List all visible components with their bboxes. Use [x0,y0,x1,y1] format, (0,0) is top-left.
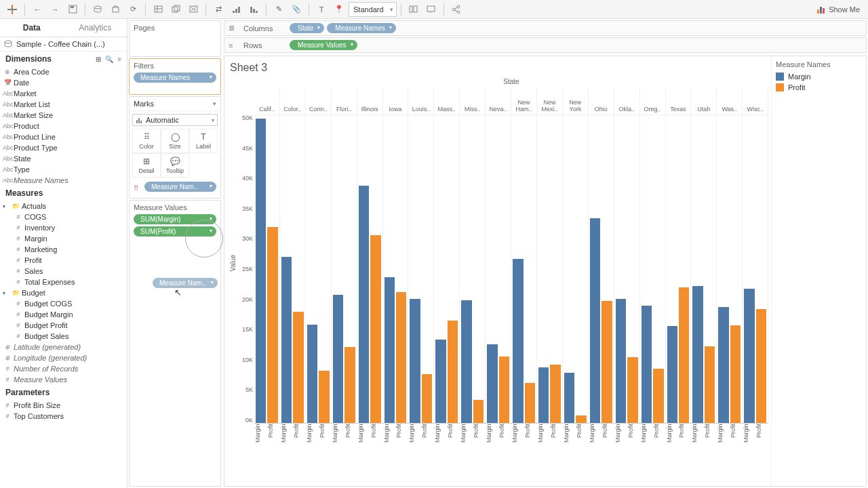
dim-area-code[interactable]: ⊕Area Code [0,66,127,77]
meas-total-expenses[interactable]: #Total Expenses [0,277,127,287]
mark-label[interactable]: TLabel [189,129,218,153]
bar-profit[interactable] [448,321,458,423]
search-icon[interactable]: 🔍 [105,56,113,63]
dim-product-type[interactable]: AbcProduct Type [0,142,127,153]
bar-profit[interactable] [396,292,406,423]
meas-budget-profit[interactable]: #Budget Profit [0,320,127,331]
bar-margin[interactable] [513,259,523,423]
clear-icon[interactable] [185,2,201,17]
sort-desc-icon[interactable] [245,2,262,17]
bar-profit[interactable] [679,287,689,423]
sort-asc-icon[interactable] [228,2,244,17]
mv-pill-profit[interactable]: SUM(Profit) [134,226,216,237]
bar-profit[interactable] [319,371,329,423]
bar-profit[interactable] [267,227,277,423]
bar-profit[interactable] [525,383,535,423]
legend-item-profit[interactable]: Profit [776,83,862,92]
dim-date[interactable]: 📅Date [0,77,127,88]
bar-margin[interactable] [538,367,549,423]
dim-product[interactable]: AbcProduct [0,121,127,131]
meas-longitude-generated-[interactable]: ⊕Longitude (generated) [0,352,127,363]
filter-pill-measure-names[interactable]: Measure Names [134,73,216,83]
meas-group-budget[interactable]: ▾📁Budget [0,287,127,298]
bar-margin[interactable] [590,218,600,423]
mv-pill-margin[interactable]: SUM(Margin) [134,214,216,224]
meas-profit[interactable]: #Profit [0,255,127,266]
new-worksheet-icon[interactable] [150,2,166,17]
bar-margin[interactable] [256,119,266,423]
meas-measure-values[interactable]: #Measure Values [0,374,127,385]
tableau-logo-icon[interactable] [4,2,20,17]
bar-margin[interactable] [384,277,395,423]
auto-update-icon[interactable] [107,2,123,17]
bar-profit[interactable] [550,365,560,423]
dim-state[interactable]: AbcState [0,153,127,164]
bar-profit[interactable] [705,346,715,424]
bar-margin[interactable] [281,257,292,423]
meas-budget-sales[interactable]: #Budget Sales [0,331,127,342]
meas-sales[interactable]: #Sales [0,266,127,277]
datasource-item[interactable]: Sample - Coffee Chain (...) [0,37,127,52]
dim-measure-names[interactable]: AbcMeasure Names [0,175,127,186]
swap-icon[interactable]: ⇄ [210,2,226,17]
param-top-customers[interactable]: #Top Customers [0,411,127,422]
dim-type[interactable]: AbcType [0,164,127,175]
meas-latitude-generated-[interactable]: ⊕Latitude (generated) [0,342,127,352]
bar-profit[interactable] [370,235,380,423]
bar-margin[interactable] [487,344,497,423]
meas-cogs[interactable]: #COGS [0,211,127,222]
marks-menu-icon[interactable]: ▾ [213,100,216,107]
col-pill-measure-names[interactable]: Measure Names [327,23,395,33]
show-me-button[interactable]: Show Me [812,5,864,14]
dim-market-size[interactable]: AbcMarket Size [0,110,127,121]
fit-select[interactable]: Standard [349,2,397,17]
mark-detail[interactable]: ⊞Detail [132,153,161,178]
bar-profit[interactable] [499,357,509,423]
bar-profit[interactable] [756,309,766,423]
attach-icon[interactable]: 📎 [288,2,304,17]
marks-type-select[interactable]: Automatic [132,114,218,126]
bar-profit[interactable] [293,312,303,423]
bar-margin[interactable] [667,326,677,423]
bar-margin[interactable] [307,325,317,423]
rows-shelf[interactable]: ≡ Rows Measure Values [224,37,867,53]
sheet-title[interactable]: Sheet 3 [230,62,768,74]
bar-profit[interactable] [422,374,432,423]
pages-shelf[interactable]: Pages [129,20,221,57]
dim-market-list[interactable]: AbcMarket List [0,99,127,110]
bar-margin[interactable] [642,306,652,423]
bar-profit[interactable] [473,400,484,423]
tab-data[interactable]: Data [0,19,64,37]
bar-profit[interactable] [601,301,612,423]
row-pill-measure-values[interactable]: Measure Values [290,40,357,50]
dim-product-line[interactable]: AbcProduct Line [0,131,127,142]
dim-market[interactable]: AbcMarket [0,88,127,99]
measure-values-shelf[interactable]: Measure Values SUM(Margin) SUM(Profit) M… [129,200,221,487]
cards-icon[interactable] [406,2,422,17]
view-icon[interactable]: ⊞ [96,56,101,63]
meas-group-actuals[interactable]: ▾📁Actuals [0,201,127,211]
mark-tooltip[interactable]: 💬Tooltip [161,153,189,178]
presentation-icon[interactable] [423,2,439,17]
param-profit-bin-size[interactable]: #Profit Bin Size [0,400,127,411]
filters-shelf[interactable]: Filters Measure Names [129,58,221,95]
bar-profit[interactable] [344,347,355,423]
save-icon[interactable] [64,2,81,17]
text-icon[interactable]: T [313,2,330,17]
pin-icon[interactable]: 📍 [331,2,347,17]
col-pill-state[interactable]: State [290,23,324,33]
bar-margin[interactable] [744,289,754,423]
duplicate-icon[interactable] [167,2,184,17]
meas-number-of-records[interactable]: #Number of Records [0,363,127,374]
tab-analytics[interactable]: Analytics [64,19,127,37]
bar-profit[interactable] [576,415,586,423]
new-datasource-icon[interactable] [90,2,106,17]
bar-margin[interactable] [435,340,446,423]
bar-margin[interactable] [564,373,574,423]
back-icon[interactable]: ← [29,2,45,17]
bar-profit[interactable] [627,357,637,423]
bar-margin[interactable] [616,299,626,423]
meas-margin[interactable]: #Margin [0,233,127,244]
bar-profit[interactable] [730,325,741,423]
meas-inventory[interactable]: #Inventory [0,222,127,233]
